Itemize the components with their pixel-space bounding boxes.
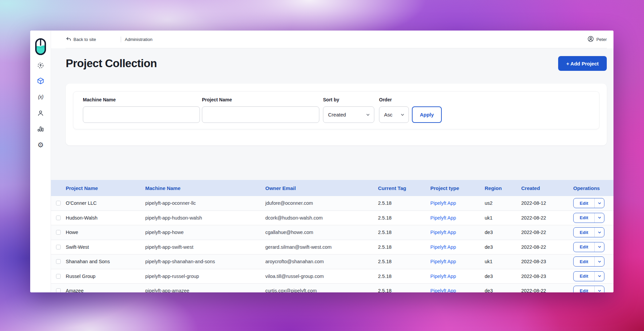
order-select[interactable]: Asc (379, 106, 409, 123)
edit-chevron-down-icon[interactable] (595, 216, 604, 220)
machine-name-input[interactable] (83, 106, 200, 123)
cell-current-tag: 2.5.18 (378, 274, 430, 279)
edit-split-button[interactable]: Edit (573, 271, 604, 281)
cell-project-type-link[interactable]: Pipelyft App (430, 230, 485, 235)
machine-name-label: Machine Name (83, 97, 116, 102)
cell-region: de3 (485, 274, 521, 279)
col-region: Region (485, 185, 521, 191)
cell-region: de3 (485, 230, 521, 235)
chevron-down-icon (400, 113, 405, 117)
edit-chevron-down-icon[interactable] (595, 231, 604, 234)
chevron-down-icon (366, 113, 370, 117)
edit-button-label: Edit (574, 274, 594, 279)
edit-split-button[interactable]: Edit (573, 242, 604, 252)
cell-machine-name: pipelyft-app-swift-west (145, 244, 265, 250)
cell-owner-email: curtis.cox@pipelyft.com (265, 288, 378, 292)
cell-current-tag: 2.5.18 (378, 259, 430, 264)
row-checkbox[interactable] (56, 216, 61, 220)
cell-region: de3 (485, 244, 521, 250)
edit-chevron-down-icon[interactable] (595, 289, 604, 292)
projects-table: Project Name Machine Name Owner Email Cu… (51, 180, 613, 292)
cell-project-type-link[interactable]: Pipelyft App (430, 288, 485, 292)
apply-button[interactable]: Apply (412, 106, 442, 123)
sidebar-item-projects[interactable] (30, 75, 51, 87)
main-content: Project Collection + Add Project Machine… (51, 48, 613, 292)
cell-project-name: Hudson-Walsh (66, 215, 145, 221)
cell-owner-email: dcork@hudson-walsh.com (265, 215, 378, 221)
app-logo-mouse-icon[interactable] (35, 38, 46, 55)
cell-current-tag: 2.5.18 (378, 244, 430, 250)
edit-split-button[interactable]: Edit (573, 227, 604, 237)
col-operations: Operations (573, 185, 613, 191)
cell-project-name: Russel Group (66, 274, 145, 279)
sidebar-item-metrics[interactable] (30, 123, 51, 135)
user-name: Peter (596, 37, 607, 42)
cell-region: uk1 (485, 215, 521, 221)
cell-project-type-link[interactable]: Pipelyft App (430, 244, 485, 250)
bar-chart-icon (37, 125, 44, 133)
row-checkbox[interactable] (56, 245, 61, 249)
cell-machine-name: pipelyft-app-amazee (145, 288, 265, 292)
table-row: Hudson-Walsh pipelyft-app-hudson-walsh d… (51, 211, 613, 226)
table-row: Howe pipelyft-app-howe cgallahue@howe.co… (51, 225, 613, 240)
cell-created: 2022-08-22 (521, 288, 573, 292)
order-value: Asc (384, 112, 392, 117)
cell-owner-email: jdufore@oconner.com (265, 200, 378, 206)
page-title: Project Collection (66, 57, 157, 70)
edit-split-button[interactable]: Edit (573, 213, 604, 223)
cell-created: 2022-08-23 (521, 274, 573, 279)
edit-chevron-down-icon[interactable] (595, 274, 604, 278)
user-circle-icon (587, 36, 594, 43)
sidebar-item-settings[interactable]: ⚙ (30, 139, 51, 150)
cell-created: 2022-08-12 (521, 200, 573, 206)
edit-button-label: Edit (574, 201, 594, 206)
cell-owner-email: gerard.silman@swift-west.com (265, 244, 378, 250)
edit-button-label: Edit (574, 230, 594, 235)
cube-icon (37, 77, 44, 85)
cell-project-type-link[interactable]: Pipelyft App (430, 259, 485, 264)
edit-split-button[interactable]: Edit (573, 198, 604, 208)
cell-machine-name: pipelyft-app-oconner-llc (145, 200, 265, 206)
sidebar-item-variables[interactable]: (x) (30, 91, 51, 103)
breadcrumb-divider (121, 37, 121, 42)
cell-project-name: Shanahan and Sons (66, 259, 145, 264)
cell-project-type-link[interactable]: Pipelyft App (430, 215, 485, 221)
row-checkbox[interactable] (56, 201, 61, 205)
gear-icon: ⚙ (38, 141, 44, 148)
edit-chevron-down-icon[interactable] (595, 260, 604, 264)
app-window: (x) ⚙ (30, 31, 613, 292)
sidebar-item-move[interactable] (30, 60, 51, 71)
row-checkbox[interactable] (56, 288, 61, 292)
cell-current-tag: 2.5.18 (378, 215, 430, 221)
col-owner-email: Owner Email (265, 185, 378, 191)
edit-split-button[interactable]: Edit (573, 286, 604, 292)
user-menu[interactable]: Peter (587, 31, 607, 48)
cell-owner-email: cgallahue@howe.com (265, 230, 378, 235)
edit-chevron-down-icon[interactable] (595, 201, 604, 205)
user-icon (37, 109, 44, 117)
filter-panel: Machine Name Project Name Sort by Create… (73, 91, 599, 129)
return-arrow-icon (66, 36, 71, 43)
edit-button-label: Edit (574, 215, 594, 220)
sort-by-select[interactable]: Created (323, 106, 374, 123)
cell-created: 2022-08-22 (521, 244, 573, 250)
row-checkbox[interactable] (56, 259, 61, 264)
cell-project-type-link[interactable]: Pipelyft App (430, 274, 485, 279)
sort-by-value: Created (328, 112, 346, 117)
sidebar-item-users[interactable] (30, 107, 51, 119)
back-to-site-link[interactable]: Back to site (66, 31, 96, 48)
cell-project-type-link[interactable]: Pipelyft App (430, 200, 485, 206)
cell-region: uk1 (485, 259, 521, 264)
row-checkbox[interactable] (56, 230, 61, 235)
back-to-site-label: Back to site (73, 37, 96, 42)
cell-machine-name: pipelyft-app-hudson-walsh (145, 215, 265, 221)
project-name-input[interactable] (202, 106, 319, 123)
cell-machine-name: pipelyft-app-russel-group (145, 274, 265, 279)
edit-chevron-down-icon[interactable] (595, 245, 604, 249)
cell-created: 2022-08-22 (521, 230, 573, 235)
cell-current-tag: 2.5.18 (378, 230, 430, 235)
row-checkbox[interactable] (56, 274, 61, 279)
table-row: Shanahan and Sons pipelyft-app-shanahan-… (51, 254, 613, 269)
edit-split-button[interactable]: Edit (573, 256, 604, 267)
add-project-button[interactable]: + Add Project (558, 56, 607, 71)
